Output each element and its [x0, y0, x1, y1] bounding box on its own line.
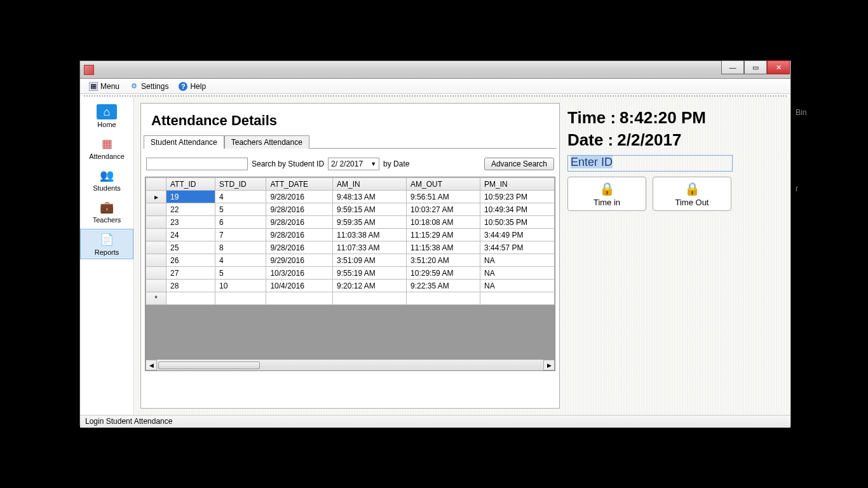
column-header[interactable]: STD_ID — [215, 178, 266, 191]
scroll-right-icon[interactable]: ▶ — [543, 360, 555, 370]
minimize-button[interactable]: — — [721, 60, 744, 74]
cell[interactable]: 3:51:09 AM — [333, 254, 407, 267]
row-header[interactable] — [146, 203, 166, 216]
cell[interactable] — [215, 292, 266, 305]
cell[interactable]: 11:03:38 AM — [333, 229, 407, 241]
cell[interactable]: 9:48:13 AM — [333, 191, 407, 203]
cell[interactable]: 3:44:57 PM — [480, 241, 555, 254]
cell[interactable]: 9/29/2016 — [266, 254, 333, 267]
scroll-thumb[interactable] — [158, 362, 260, 369]
cell[interactable]: 19 — [166, 191, 215, 203]
table-row[interactable]: 2479/28/201611:03:38 AM11:15:29 AM3:44:4… — [146, 229, 555, 241]
menu-settings[interactable]: ⚙ Settings — [125, 81, 173, 92]
sidebar-item-attendance[interactable]: ▦ Attendance — [80, 133, 133, 163]
column-header[interactable]: PM_IN — [480, 178, 555, 191]
cell[interactable]: 10:50:35 PM — [480, 216, 555, 229]
cell[interactable]: 9:22:35 AM — [407, 280, 480, 292]
cell[interactable]: 24 — [166, 229, 215, 241]
table-row[interactable]: 2369/28/20169:59:35 AM10:18:08 AM10:50:3… — [146, 216, 555, 229]
cell[interactable]: 9:55:19 AM — [333, 267, 407, 280]
row-header[interactable] — [146, 229, 166, 241]
cell[interactable]: NA — [480, 280, 555, 292]
table-row[interactable]: 281010/4/20169:20:12 AM9:22:35 AMNA — [146, 280, 555, 292]
table-row[interactable]: 2589/28/201611:07:33 AM11:15:38 AM3:44:5… — [146, 241, 555, 254]
tab-student-attendance[interactable]: Student Attendance — [144, 135, 224, 149]
cell[interactable]: 11:15:29 AM — [407, 229, 480, 241]
cell[interactable]: 28 — [166, 280, 215, 292]
cell[interactable]: 10:29:59 AM — [407, 267, 480, 280]
cell[interactable]: 10/4/2016 — [266, 280, 333, 292]
table-row[interactable]: 2649/29/20163:51:09 AM3:51:20 AMNA — [146, 254, 555, 267]
cell[interactable]: 9/28/2016 — [266, 191, 333, 203]
cell[interactable]: 5 — [215, 203, 266, 216]
cell[interactable]: 9:59:15 AM — [333, 203, 407, 216]
cell[interactable] — [333, 292, 407, 305]
cell[interactable]: 26 — [166, 254, 215, 267]
row-header[interactable] — [146, 267, 166, 280]
cell[interactable]: 10:49:34 PM — [480, 203, 555, 216]
cell[interactable]: 10:03:27 AM — [407, 203, 480, 216]
titlebar[interactable]: — ▭ ✕ — [80, 61, 790, 79]
cell[interactable]: 9/28/2016 — [266, 229, 333, 241]
time-out-button[interactable]: 🔒 Time Out — [653, 177, 731, 211]
horizontal-scrollbar[interactable]: ◀ ▶ — [146, 359, 555, 370]
scroll-left-icon[interactable]: ◀ — [146, 360, 157, 370]
cell[interactable]: 10:18:08 AM — [407, 216, 480, 229]
date-picker[interactable]: 2/ 2/2017 ▼ — [328, 158, 379, 170]
sidebar-item-home[interactable]: ⌂ Home — [80, 102, 133, 131]
table-row[interactable]: 2259/28/20169:59:15 AM10:03:27 AM10:49:3… — [146, 203, 555, 216]
cell[interactable]: 10 — [215, 280, 266, 292]
cell[interactable]: 8 — [215, 241, 266, 254]
row-header[interactable]: ▸ — [146, 191, 166, 203]
column-header[interactable]: ATT_DATE — [266, 178, 333, 191]
enter-id-input[interactable]: Enter ID — [567, 155, 733, 172]
column-header[interactable]: AM_OUT — [407, 178, 480, 191]
cell[interactable]: 9:20:12 AM — [333, 280, 407, 292]
data-grid[interactable]: ATT_ID STD_ID ATT_DATE AM_IN AM_OUT PM_I… — [145, 177, 555, 371]
maximize-button[interactable]: ▭ — [744, 60, 767, 74]
cell[interactable]: 3:44:49 PM — [480, 229, 555, 241]
tab-teachers-attendance[interactable]: Teachers Attendance — [224, 135, 309, 149]
cell[interactable] — [266, 292, 333, 305]
cell[interactable]: 9:59:35 AM — [333, 216, 407, 229]
cell[interactable]: 11:07:33 AM — [333, 241, 407, 254]
cell[interactable]: 9/28/2016 — [266, 241, 333, 254]
cell[interactable]: 3:51:20 AM — [407, 254, 480, 267]
cell[interactable]: 27 — [166, 267, 215, 280]
column-header[interactable]: ATT_ID — [166, 178, 215, 191]
cell[interactable]: 5 — [215, 267, 266, 280]
cell[interactable]: NA — [480, 254, 555, 267]
sidebar-item-teachers[interactable]: 💼 Teachers — [80, 197, 133, 226]
cell[interactable] — [407, 292, 480, 305]
row-header[interactable] — [146, 254, 166, 267]
advance-search-button[interactable]: Advance Search — [484, 158, 554, 170]
new-row[interactable]: * — [146, 292, 555, 305]
cell[interactable]: 4 — [215, 254, 266, 267]
cell[interactable]: 22 — [166, 203, 215, 216]
cell[interactable]: 23 — [166, 216, 215, 229]
cell[interactable]: 7 — [215, 229, 266, 241]
close-button[interactable]: ✕ — [767, 60, 790, 74]
search-input[interactable] — [146, 158, 248, 170]
cell[interactable]: 25 — [166, 241, 215, 254]
cell[interactable]: 10/3/2016 — [266, 267, 333, 280]
row-header[interactable] — [146, 216, 166, 229]
cell[interactable]: 10:59:23 PM — [480, 191, 555, 203]
row-header[interactable] — [146, 241, 166, 254]
cell[interactable]: 9/28/2016 — [266, 203, 333, 216]
cell[interactable] — [166, 292, 215, 305]
cell[interactable]: NA — [480, 267, 555, 280]
cell[interactable]: 9:56:51 AM — [407, 191, 480, 203]
time-in-button[interactable]: 🔒 Time in — [567, 177, 646, 211]
cell[interactable] — [480, 292, 555, 305]
table-row[interactable]: ▸1949/28/20169:48:13 AM9:56:51 AM10:59:2… — [146, 191, 555, 203]
cell[interactable]: 11:15:38 AM — [407, 241, 480, 254]
menu-menu[interactable]: ▦ Menu — [84, 81, 125, 92]
cell[interactable]: 6 — [215, 216, 266, 229]
cell[interactable]: 4 — [215, 191, 266, 203]
column-header[interactable]: AM_IN — [333, 178, 407, 191]
table-row[interactable]: 27510/3/20169:55:19 AM10:29:59 AMNA — [146, 267, 555, 280]
row-header[interactable] — [146, 280, 166, 292]
sidebar-item-reports[interactable]: 📄 Reports — [80, 229, 133, 259]
cell[interactable]: 9/28/2016 — [266, 216, 333, 229]
